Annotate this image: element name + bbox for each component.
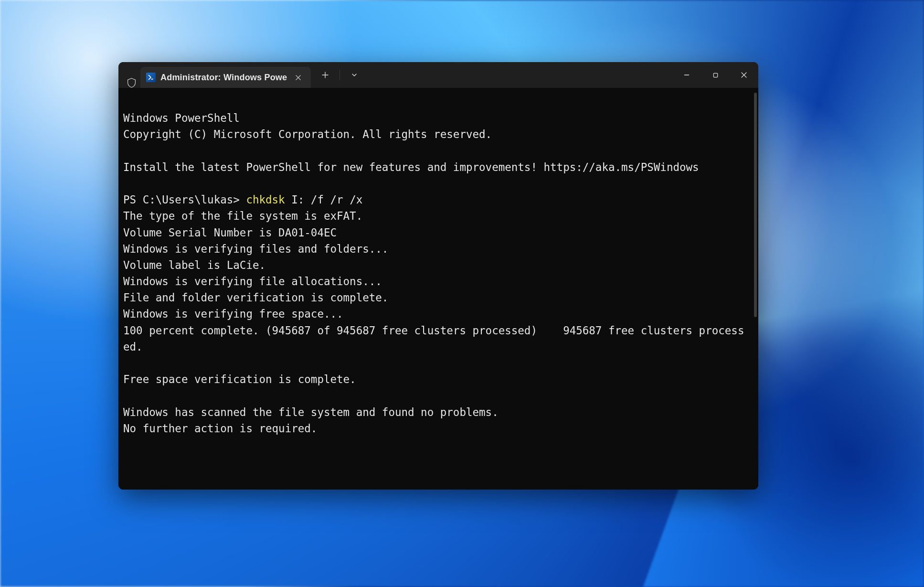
- svg-rect-0: [151, 79, 153, 80]
- close-window-button[interactable]: [730, 62, 758, 88]
- install-hint: Install the latest PowerShell for new fe…: [123, 161, 699, 173]
- powershell-icon: [146, 73, 156, 82]
- prompt-text: PS C:\Users\lukas>: [123, 193, 246, 206]
- output-line: The type of the file system is exFAT.: [123, 210, 362, 222]
- desktop-wallpaper: Administrator: Windows Powe: [0, 0, 924, 587]
- svg-rect-1: [713, 73, 717, 77]
- tab-dropdown-button[interactable]: [345, 65, 364, 85]
- output-line: No further action is required.: [123, 422, 317, 435]
- caption-controls: [672, 62, 758, 88]
- new-tab-button[interactable]: [316, 65, 335, 85]
- minimize-button[interactable]: [672, 62, 701, 88]
- command-args: I: /f /r /x: [285, 193, 363, 206]
- separator: [340, 70, 340, 80]
- scrollbar-thumb[interactable]: [754, 93, 757, 317]
- tab-strip: Administrator: Windows Powe: [118, 62, 311, 88]
- titlebar[interactable]: Administrator: Windows Powe: [118, 62, 758, 88]
- output-line: Windows is verifying files and folders..…: [123, 243, 388, 255]
- tab-powershell[interactable]: Administrator: Windows Powe: [140, 67, 311, 88]
- prompt-line: PS C:\Users\lukas> chkdsk I: /f /r /x: [123, 193, 362, 206]
- output-line: Free space verification is complete.: [123, 373, 356, 385]
- output-line: 100 percent complete. (945687 of 945687 …: [123, 324, 744, 353]
- output-line: Windows is verifying free space...: [123, 308, 343, 320]
- banner-line: Windows PowerShell: [123, 112, 240, 124]
- terminal-viewport[interactable]: Windows PowerShell Copyright (C) Microso…: [118, 88, 758, 490]
- output-line: Volume Serial Number is DA01-04EC: [123, 226, 337, 239]
- titlebar-drag-region[interactable]: [364, 62, 672, 88]
- output-line: Volume label is LaCie.: [123, 259, 266, 271]
- terminal-window: Administrator: Windows Powe: [118, 62, 758, 490]
- output-line: File and folder verification is complete…: [123, 291, 388, 304]
- tab-close-button[interactable]: [292, 71, 304, 84]
- admin-shield-icon: [122, 78, 140, 88]
- banner-line: Copyright (C) Microsoft Corporation. All…: [123, 128, 492, 140]
- output-line: Windows is verifying file allocations...: [123, 275, 382, 288]
- tab-actions: [311, 62, 364, 88]
- maximize-button[interactable]: [701, 62, 730, 88]
- command-name: chkdsk: [246, 193, 285, 206]
- output-line: Windows has scanned the file system and …: [123, 406, 499, 418]
- tab-title: Administrator: Windows Powe: [160, 73, 287, 83]
